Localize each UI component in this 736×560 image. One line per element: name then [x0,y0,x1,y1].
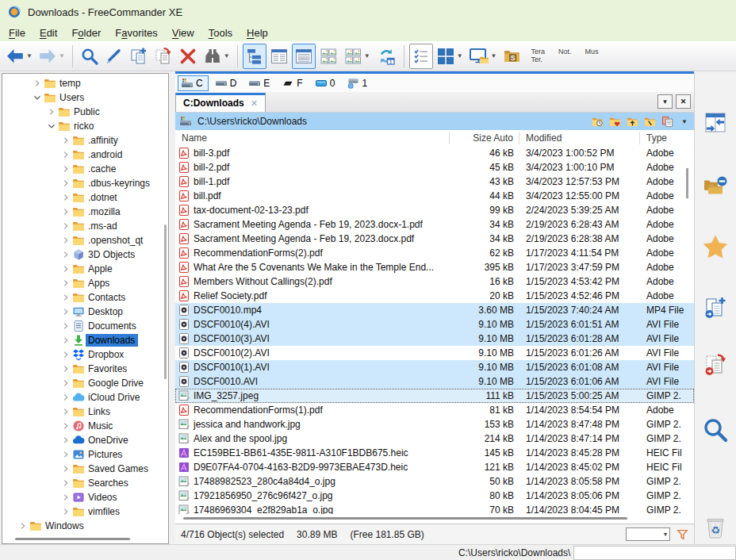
tab-close-button[interactable]: ✕ [676,94,691,109]
chevron-right-icon[interactable] [59,149,72,160]
filter-funnel-icon[interactable] [677,528,688,540]
dropdown-caret-icon[interactable]: ▼ [491,52,497,59]
file-row[interactable]: DSCF0010(2).AVI9.10 MB1/15/2023 6:01:26 … [175,346,694,360]
view-tree-button[interactable] [243,44,266,69]
tree-item--affinity[interactable]: .affinity [2,133,168,148]
chevron-right-icon[interactable] [59,506,72,517]
chevron-right-icon[interactable] [59,292,72,303]
chevron-right-icon[interactable] [59,306,72,317]
delete-x-button[interactable] [176,44,200,69]
chevron-down-icon[interactable] [45,121,58,132]
view-list-button[interactable] [292,44,316,69]
tree-item--mozilla[interactable]: .mozilla [2,205,168,219]
view-thumbs-button[interactable] [316,44,340,69]
drive-tab-e[interactable]: E [245,75,275,91]
tree-vertical-scrollbar[interactable] [164,224,167,379]
file-row[interactable]: IMG_3257.jpeg111 kB1/15/2023 5:00:25 AMG… [175,389,694,403]
tree-item-links[interactable]: Links [2,405,168,419]
recycle-bin-icon[interactable]: ♻ [703,514,727,539]
chevron-right-icon[interactable] [59,406,72,417]
tree-item--cache[interactable]: .cache [2,162,168,176]
drive-tab-d[interactable]: D [212,75,243,91]
tree-item-music[interactable]: Music [2,419,168,433]
file-row[interactable]: bill-1.pdf43 kB3/4/2023 12:57:53 PMAdobe [175,175,694,189]
tree-item--openshot-qt[interactable]: .openshot_qt [2,233,168,247]
menu-item-edit[interactable]: Edit [33,25,64,40]
file-row[interactable]: 17486969304_e2f829ab1a_o.jpg70 kB1/14/20… [175,503,694,514]
dropdown-caret-icon[interactable]: ▼ [26,52,33,59]
checklist-button[interactable] [409,44,433,69]
tree-item--dotnet[interactable]: .dotnet [2,190,168,205]
search-button[interactable] [78,44,102,69]
file-row[interactable]: bill-3.pdf46 kB3/4/2023 1:00:52 PMAdobe [175,146,694,160]
tree-item-icloud-drive[interactable]: iCloud Drive [2,390,168,405]
folder-history-icon[interactable] [592,116,604,128]
file-row[interactable]: tax-document-02-13-23.pdf99 kB2/24/2023 … [175,203,694,217]
tab-c-downloads[interactable]: C:Downloads ✕ [175,93,266,112]
file-row[interactable]: bill-2.pdf45 kB3/4/2023 1:00:10 PMAdobe [175,160,694,175]
dropdown-caret-icon[interactable]: ▼ [224,52,230,59]
tree-item--dbus-keyrings[interactable]: .dbus-keyrings [2,176,168,190]
folder-favorites-icon[interactable] [609,116,621,128]
refresh-sync-button[interactable] [374,44,399,69]
file-row[interactable]: bill.pdf44 kB3/4/2023 12:55:00 PMAdobe [175,189,694,203]
chevron-right-icon[interactable] [59,435,72,446]
tree-item--ms-ad[interactable]: .ms-ad [2,219,168,233]
chevron-right-icon[interactable] [59,206,72,217]
file-row[interactable]: DSCF0010.mp43.60 MB1/15/2023 7:40:24 AMM… [175,303,694,317]
file-row[interactable]: DSCF0010(3).AVI9.10 MB1/15/2023 6:01:28 … [175,332,694,346]
tree-item-documents[interactable]: Documents [2,319,168,333]
dropdown-caret-icon[interactable]: ▼ [59,52,65,59]
menu-item-view[interactable]: View [165,25,201,40]
tree-item-videos[interactable]: Videos [2,490,168,504]
folder-s-button[interactable]: S [500,44,524,69]
list-vertical-scrollbar[interactable] [686,168,688,198]
search-icon[interactable] [702,416,729,443]
menu-item-help[interactable]: Help [240,25,275,40]
paste-move-button[interactable] [151,44,175,69]
chevron-right-icon[interactable] [59,163,72,175]
win-squares-button[interactable]: ▼ [434,44,466,69]
drive-tab-f[interactable]: F [278,75,308,91]
chevron-right-icon[interactable] [59,278,72,289]
menu-item-file[interactable]: File [2,25,33,40]
folder-sync-icon[interactable] [703,175,728,198]
chevron-down-icon[interactable] [31,92,44,103]
tree-item-pictures[interactable]: Pictures [2,447,168,462]
chevron-right-icon[interactable] [31,78,44,89]
swap-panels-icon[interactable] [703,111,727,135]
binoculars-button[interactable]: ▼ [201,44,232,69]
chevron-right-icon[interactable] [59,249,72,260]
menu-item-favorites[interactable]: Favorites [108,25,164,40]
drive-tab-0[interactable]: 0 [312,75,341,91]
copy-path-icon[interactable] [661,116,673,128]
copy-add-button[interactable] [127,44,151,69]
tab-close-icon[interactable]: ✕ [251,98,258,109]
file-row[interactable]: DSCF0010(4).AVI9.10 MB1/15/2023 6:01:51 … [175,317,694,332]
tree-item-contacts[interactable]: Contacts [2,290,168,305]
tree-item-vimfiles[interactable]: vimfiles [2,504,168,519]
file-row[interactable]: Alex and the spool.jpg214 kB1/14/2023 8:… [175,432,694,446]
chevron-right-icon[interactable] [59,178,72,189]
chevron-right-icon[interactable] [59,478,72,489]
tree-item-public[interactable]: Public [2,105,168,119]
file-row[interactable]: jessica and handwork.jpg153 kB1/14/2023 … [175,417,694,432]
music-button[interactable]: Mus [579,48,605,56]
chevron-right-icon[interactable] [59,349,72,360]
column-size[interactable]: Size Auto [450,132,519,144]
tree-item-temp[interactable]: temp [2,76,168,90]
tree-item-3d-objects[interactable]: 3D Objects [2,247,168,262]
chevron-right-icon[interactable] [59,235,72,246]
tree-item-favorites[interactable]: Favorites [2,362,168,376]
file-row[interactable]: Relief Society.pdf20 kB1/15/2023 4:52:46… [175,289,694,303]
move-doc-icon[interactable] [703,353,727,377]
file-row[interactable]: EC159BE1-BB61-435E-9811-A310F1BDB675.hei… [175,446,694,460]
panel-splitter[interactable] [169,71,175,544]
tree-horizontal-scrollbar[interactable] [15,538,130,540]
file-row[interactable]: Sacrament Meeting Agenda - Feb 19, 2023.… [175,217,694,232]
chevron-right-icon[interactable] [59,492,72,503]
dropdown-caret-icon[interactable]: ▼ [457,52,463,59]
chevron-right-icon[interactable] [59,320,72,332]
tree-item-downloads[interactable]: Downloads [2,333,168,347]
file-row[interactable]: What Are the 5 Covenants We Make in the … [175,260,694,274]
